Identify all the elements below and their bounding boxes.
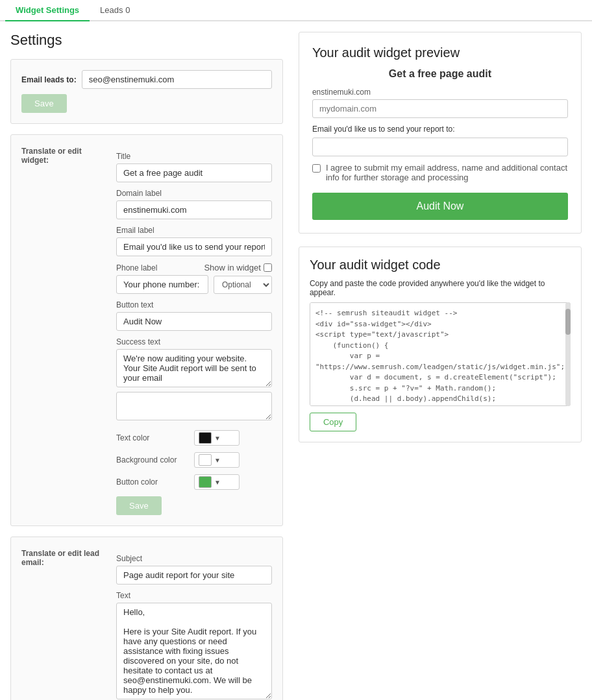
translate-widget-section: Translate or edit widget: Title Domain l… [10,134,283,526]
widget-preview: Get a free page audit enstinemuki.com Em… [312,68,568,220]
page-title: Settings [10,32,283,49]
widget-email-input[interactable] [312,138,568,156]
bg-color-label: Background color [116,455,188,465]
button-color-label: Button color [116,477,188,487]
bg-color-chevron: ▼ [214,457,221,464]
text-color-label: Text color [116,433,188,442]
widget-domain-input[interactable] [312,99,568,118]
button-color-picker[interactable]: ▼ [194,474,240,490]
title-label: Title [116,152,272,161]
email-label-input[interactable] [116,237,272,256]
button-text-label: Button text [116,300,272,309]
title-input[interactable] [116,163,272,182]
code-section-title: Your audit widget code [310,258,571,272]
lead-email-fields: Subject Text Hello, Here is your Site Au… [116,548,272,700]
text-color-chevron: ▼ [214,435,221,442]
preview-title: Your audit widget preview [312,45,568,60]
bg-color-picker[interactable]: ▼ [194,452,240,468]
phone-label-label: Phone label [116,263,157,272]
success-text-label: Success text [116,337,272,346]
translate-widget-fields: Title Domain label Email label Phone lab… [116,145,272,515]
copy-button[interactable]: Copy [310,413,356,431]
widget-email-label: Email you'd like us to send your report … [312,125,568,134]
success-text-input[interactable]: We're now auditing your website. Your Si… [116,349,272,387]
code-block[interactable]: <!-- semrush siteaudit widget --> <div i… [310,302,571,406]
show-in-widget-label: Show in widget [204,263,260,272]
text-color-picker[interactable]: ▼ [194,430,240,446]
domain-label-label: Domain label [116,189,272,198]
show-in-widget-checkbox[interactable] [264,263,272,272]
domain-label-input[interactable] [116,200,272,219]
widget-agree-checkbox[interactable] [312,164,321,173]
button-color-chevron: ▼ [214,479,221,486]
code-section: Your audit widget code Copy and paste th… [299,247,582,442]
text-textarea[interactable]: Hello, Here is your Site Audit report. I… [116,603,272,699]
translate-widget-label: Translate or edit widget: [21,145,106,515]
subject-label: Subject [116,554,272,563]
code-desc: Copy and paste the code provided anywher… [310,279,571,297]
tab-widget-settings[interactable]: Widget Settings [5,0,90,21]
bg-color-swatch [199,454,212,466]
tabs-bar: Widget Settings Leads 0 [0,0,592,21]
lead-email-label: Translate or edit lead email: [21,548,106,700]
widget-agree-text: I agree to submit my email address, name… [326,163,568,182]
lead-email-section: Translate or edit lead email: Subject Te… [10,537,283,700]
email-leads-label: Email leads to: [21,75,77,84]
success-text-extra[interactable] [116,392,272,420]
email-leads-input[interactable] [82,70,272,89]
phone-input[interactable] [116,275,208,294]
widget-heading: Get a free page audit [312,68,568,80]
button-text-input[interactable] [116,312,272,331]
button-color-swatch [199,476,212,488]
audit-now-button[interactable]: Audit Now [312,193,568,220]
preview-section: Your audit widget preview Get a free pag… [299,32,582,234]
left-panel: Settings Email leads to: Save Translate … [0,21,293,700]
email-save-button[interactable]: Save [21,94,67,113]
email-label-label: Email label [116,226,272,235]
translate-save-button[interactable]: Save [116,496,162,515]
widget-domain-label: enstinemuki.com [312,88,568,97]
scrollbar-track[interactable] [565,302,571,406]
code-block-container: <!-- semrush siteaudit widget --> <div i… [310,302,571,406]
widget-checkbox-row: I agree to submit my email address, name… [312,163,568,182]
optional-select[interactable]: Optional [214,276,272,294]
text-label: Text [116,591,272,600]
scrollbar-thumb[interactable] [565,309,571,335]
right-panel: Your audit widget preview Get a free pag… [293,21,592,700]
email-leads-section: Email leads to: Save [10,59,283,124]
tab-leads[interactable]: Leads 0 [90,0,140,21]
text-color-swatch [199,432,212,444]
subject-input[interactable] [116,566,272,585]
